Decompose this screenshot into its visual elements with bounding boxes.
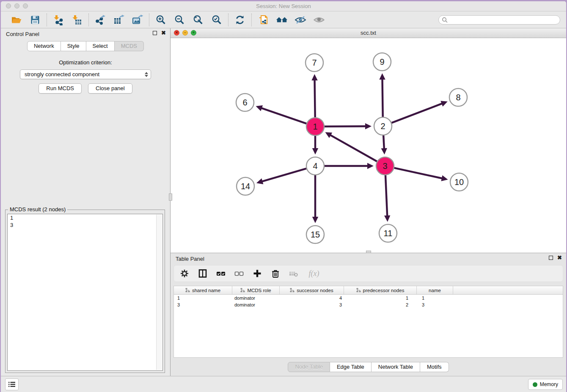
scrollbar[interactable] — [156, 215, 162, 370]
tab-network[interactable]: Network — [27, 41, 61, 51]
list-item[interactable]: 1 — [8, 214, 162, 221]
first-neighbors-button[interactable] — [257, 14, 269, 26]
tab-edge-table[interactable]: Edge Table — [330, 362, 372, 372]
export-network-icon — [95, 14, 106, 25]
zoom-in-button[interactable] — [155, 14, 167, 26]
graph-edge[interactable] — [394, 168, 443, 179]
mcds-result-group: MCDS result (2 nodes) 1 3 — [5, 210, 165, 373]
refresh-button[interactable] — [234, 14, 246, 26]
cell-mcds-role[interactable]: dominator — [232, 301, 280, 308]
tab-mcds[interactable]: MCDS — [115, 41, 144, 51]
zoom-fit-button[interactable] — [192, 14, 204, 26]
cell-predecessor-nodes[interactable]: 2 — [344, 301, 417, 308]
hide-selected-button[interactable] — [295, 14, 306, 26]
window-title: Session: New Session — [1, 1, 566, 11]
show-columns-button[interactable] — [198, 268, 208, 279]
column-header[interactable]: successor nodes — [280, 286, 344, 294]
trash-icon — [271, 269, 280, 278]
run-mcds-button[interactable]: Run MCDS — [39, 83, 82, 94]
unselect-all-button[interactable] — [234, 268, 244, 279]
optimization-criterion-select[interactable]: strongly connected component — [20, 69, 151, 79]
close-icon[interactable]: ✖ — [161, 31, 166, 35]
fx-icon: f(x) — [309, 269, 319, 278]
export-image-button[interactable] — [132, 14, 143, 26]
delete-table-button[interactable] — [289, 268, 299, 279]
close-panel-button[interactable]: Close panel — [88, 83, 132, 94]
mcds-result-title: MCDS result (2 nodes) — [8, 206, 67, 213]
eye-slash-icon — [295, 14, 306, 25]
export-network-button[interactable] — [94, 14, 106, 26]
tab-node-table[interactable]: Node Table — [288, 362, 330, 372]
column-header[interactable]: name — [417, 286, 453, 294]
table-splitter-handle[interactable] — [366, 251, 371, 253]
column-header[interactable]: predecessor nodes — [344, 286, 417, 294]
cell-successor-nodes[interactable]: 3 — [280, 301, 344, 308]
cell-mcds-role[interactable]: dominator — [232, 295, 280, 301]
search-input[interactable] — [450, 17, 557, 23]
close-window-button[interactable] — [6, 3, 11, 8]
minimize-network-button[interactable]: − — [182, 30, 188, 36]
open-session-button[interactable] — [11, 14, 22, 26]
network-canvas[interactable]: 1234678910111415 — [171, 38, 566, 253]
panel-splitter-handle[interactable] — [169, 193, 172, 201]
graph-edge[interactable] — [315, 79, 315, 117]
import-table-button[interactable] — [71, 14, 83, 26]
save-session-button[interactable] — [29, 14, 41, 26]
select-all-button[interactable] — [216, 268, 226, 279]
column-type-icon — [240, 288, 245, 293]
cell-predecessor-nodes[interactable]: 1 — [344, 295, 417, 301]
memory-status-icon — [533, 382, 537, 387]
graph-edge[interactable] — [261, 108, 306, 124]
table-row[interactable]: 3 dominator 3 2 3 — [174, 301, 563, 308]
zoom-selected-button[interactable] — [211, 14, 223, 26]
memory-button[interactable]: Memory — [528, 379, 563, 390]
add-row-button[interactable] — [252, 268, 262, 279]
show-all-button[interactable] — [313, 14, 325, 26]
graph-edge[interactable] — [330, 135, 377, 161]
cell-name[interactable]: 3 — [417, 301, 453, 308]
close-icon[interactable]: ✖ — [557, 256, 562, 260]
network-window-title: scc.txt — [171, 28, 566, 37]
tab-network-table[interactable]: Network Table — [372, 362, 420, 372]
cell-shared-name[interactable]: 1 — [174, 295, 232, 301]
zoom-network-button[interactable]: + — [191, 30, 196, 36]
import-network-button[interactable] — [52, 14, 64, 26]
minimize-window-button[interactable] — [14, 3, 19, 8]
graph-edge-arrowhead — [312, 217, 318, 223]
tab-style[interactable]: Style — [61, 41, 86, 51]
close-network-button[interactable]: ✕ — [174, 30, 179, 36]
show-panels-button[interactable] — [5, 378, 19, 390]
mcds-result-list[interactable]: 1 3 — [7, 214, 163, 371]
function-builder-button[interactable]: f(x) — [307, 268, 321, 279]
cell-shared-name[interactable]: 3 — [174, 301, 232, 308]
float-window-icon[interactable] — [153, 31, 157, 35]
table-settings-button[interactable] — [179, 268, 190, 279]
zoom-window-button[interactable] — [23, 3, 28, 8]
optimization-criterion-label: Optimization criterion: — [1, 59, 170, 66]
node-table: shared name MCDS role successor nodes — [173, 286, 563, 358]
column-header[interactable]: MCDS role — [232, 286, 280, 294]
export-table-button[interactable] — [113, 14, 125, 26]
tab-motifs[interactable]: Motifs — [420, 362, 449, 372]
graph-edge[interactable] — [261, 168, 306, 182]
cell-successor-nodes[interactable]: 4 — [280, 295, 344, 301]
plus-icon — [253, 269, 262, 278]
graph-edge[interactable] — [385, 175, 387, 217]
list-item[interactable]: 3 — [8, 221, 162, 229]
graph-edge[interactable] — [392, 103, 443, 123]
table-row[interactable]: 1 dominator 4 1 1 — [174, 295, 563, 301]
home-layout-button[interactable] — [276, 14, 288, 26]
graph-edge[interactable] — [325, 126, 366, 127]
float-window-icon[interactable] — [549, 256, 553, 260]
table-header-row: shared name MCDS role successor nodes — [174, 286, 563, 295]
graph-edge[interactable] — [383, 78, 383, 117]
column-header[interactable]: shared name — [174, 286, 232, 294]
tab-select[interactable]: Select — [86, 41, 115, 51]
cell-name[interactable]: 1 — [417, 295, 453, 301]
delete-row-button[interactable] — [270, 268, 281, 279]
graph-node-label: 15 — [311, 230, 320, 239]
graph-edge[interactable] — [383, 135, 384, 149]
control-panel-title: Control Panel — [6, 31, 39, 37]
graph-edge-arrowhead — [384, 215, 390, 222]
zoom-out-button[interactable] — [173, 14, 185, 26]
